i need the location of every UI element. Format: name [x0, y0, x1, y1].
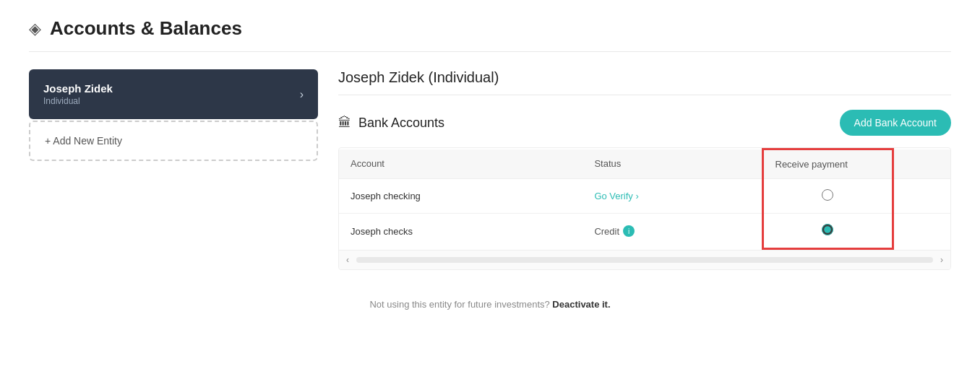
- extra-cell: [893, 214, 950, 249]
- table-wrapper: Account Status Receive payment Joseph ch…: [338, 147, 951, 270]
- col-status: Status: [583, 149, 762, 179]
- page-header: ◈ Accounts & Balances: [29, 17, 951, 52]
- entity-type: Individual: [43, 96, 113, 106]
- page-wrapper: ◈ Accounts & Balances Joseph Zidek Indiv…: [0, 0, 980, 387]
- receive-payment-radio-checking[interactable]: [822, 189, 833, 201]
- info-icon[interactable]: i: [623, 225, 635, 237]
- entity-card-arrow-icon: ›: [300, 88, 304, 101]
- receive-payment-cell: [762, 179, 893, 214]
- status-cell: Credit i: [583, 214, 762, 249]
- bank-icon: 🏛: [338, 116, 351, 131]
- go-verify-link[interactable]: Go Verify ›: [594, 191, 638, 201]
- add-entity-button[interactable]: + Add New Entity: [29, 121, 318, 161]
- col-account: Account: [339, 149, 583, 179]
- bank-accounts-table: Account Status Receive payment Joseph ch…: [339, 148, 950, 250]
- page-footer: Not using this entity for future investm…: [29, 299, 951, 310]
- sidebar: Joseph Zidek Individual › + Add New Enti…: [29, 69, 318, 270]
- table-container: Account Status Receive payment Joseph ch…: [338, 147, 951, 270]
- receive-payment-cell: [762, 214, 893, 249]
- scroll-left-arrow[interactable]: ‹: [342, 253, 353, 266]
- page-title: Accounts & Balances: [50, 17, 242, 40]
- receive-payment-radio-checks[interactable]: [822, 224, 833, 235]
- status-credit: Credit i: [594, 225, 749, 237]
- entity-detail-title: Joseph Zidek (Individual): [338, 69, 951, 95]
- scroll-bar-area: ‹ ›: [339, 250, 950, 269]
- main-content: Joseph Zidek Individual › + Add New Enti…: [29, 69, 951, 270]
- bank-accounts-section: 🏛 Bank Accounts Add Bank Account Account…: [338, 110, 951, 270]
- entity-name: Joseph Zidek: [43, 82, 113, 95]
- extra-cell: [893, 179, 950, 214]
- section-title-area: 🏛 Bank Accounts: [338, 116, 444, 131]
- account-name-cell: Joseph checking: [339, 179, 583, 214]
- table-row: Joseph checking Go Verify ›: [339, 179, 950, 214]
- section-header: 🏛 Bank Accounts Add Bank Account: [338, 110, 951, 136]
- table-row: Joseph checks Credit i: [339, 214, 950, 249]
- accounts-icon: ◈: [29, 19, 41, 38]
- deactivate-link[interactable]: Deactivate it.: [552, 299, 610, 310]
- col-extra: [893, 149, 950, 179]
- footer-text: Not using this entity for future investm…: [369, 299, 549, 310]
- right-panel: Joseph Zidek (Individual) 🏛 Bank Account…: [338, 69, 951, 270]
- status-cell: Go Verify ›: [583, 179, 762, 214]
- entity-card-info: Joseph Zidek Individual: [43, 82, 113, 106]
- table-header-row: Account Status Receive payment: [339, 149, 950, 179]
- credit-label: Credit: [594, 226, 619, 237]
- col-receive-payment: Receive payment: [762, 149, 893, 179]
- account-name-cell: Joseph checks: [339, 214, 583, 249]
- entity-card[interactable]: Joseph Zidek Individual ›: [29, 69, 318, 119]
- add-bank-account-button[interactable]: Add Bank Account: [840, 110, 951, 136]
- bank-accounts-title: Bank Accounts: [358, 116, 444, 131]
- scroll-right-arrow[interactable]: ›: [936, 253, 947, 266]
- scroll-track: [356, 257, 933, 263]
